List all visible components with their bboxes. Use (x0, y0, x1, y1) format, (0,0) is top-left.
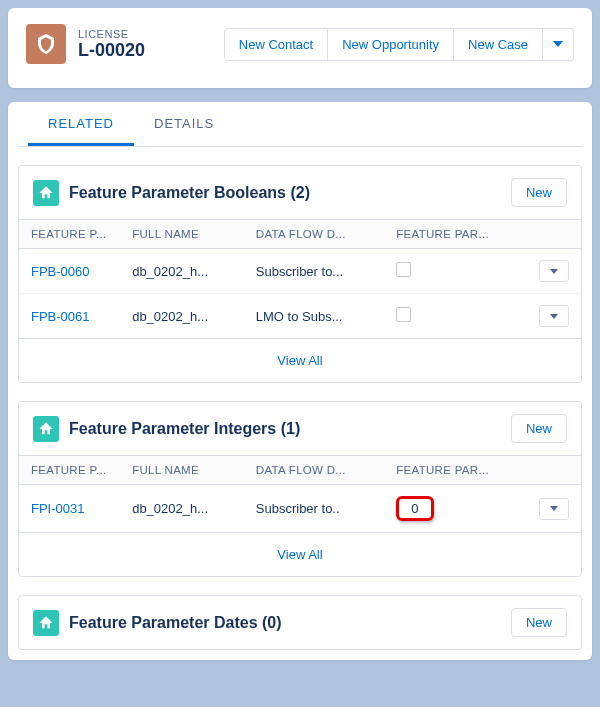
booleans-table: FEATURE P... FULL NAME DATA FLOW D... FE… (19, 219, 581, 338)
cell-full-name: db_0202_h... (120, 485, 244, 533)
feature-value-highlight: 0 (396, 496, 433, 521)
section-dates: Feature Parameter Dates (0) New (18, 595, 582, 650)
section-booleans: Feature Parameter Booleans (2) New FEATU… (18, 165, 582, 383)
cell-full-name: db_0202_h... (120, 249, 244, 294)
feature-param-icon (33, 180, 59, 206)
chevron-down-icon (553, 41, 563, 47)
row-menu-button[interactable] (539, 305, 569, 327)
col-actions (514, 220, 581, 249)
record-link[interactable]: FPI-0031 (31, 501, 84, 516)
section-title-integers: Feature Parameter Integers (1) (69, 420, 501, 438)
new-contact-button[interactable]: New Contact (224, 28, 328, 61)
new-date-button[interactable]: New (511, 608, 567, 637)
chevron-down-icon (550, 314, 558, 319)
feature-checkbox[interactable] (396, 262, 411, 277)
tab-bar: RELATED DETAILS (18, 102, 582, 147)
row-menu-button[interactable] (539, 498, 569, 520)
cell-full-name: db_0202_h... (120, 294, 244, 339)
record-link[interactable]: FPB-0060 (31, 264, 90, 279)
col-full-name[interactable]: FULL NAME (120, 220, 244, 249)
section-title-dates: Feature Parameter Dates (0) (69, 614, 501, 632)
row-menu-button[interactable] (539, 260, 569, 282)
new-opportunity-button[interactable]: New Opportunity (328, 28, 454, 61)
section-title-booleans: Feature Parameter Booleans (2) (69, 184, 501, 202)
col-full-name[interactable]: FULL NAME (120, 456, 244, 485)
record-name: L-00020 (78, 40, 145, 61)
col-feature-par[interactable]: FEATURE PAR... (384, 220, 513, 249)
feature-param-icon (33, 610, 59, 636)
section-header-integers: Feature Parameter Integers (1) New (19, 402, 581, 455)
tab-related[interactable]: RELATED (28, 102, 134, 146)
new-case-button[interactable]: New Case (454, 28, 543, 61)
cell-flow: LMO to Subs... (244, 294, 385, 339)
col-feature-p[interactable]: FEATURE P... (19, 220, 120, 249)
col-feature-par[interactable]: FEATURE PAR... (384, 456, 513, 485)
new-integer-button[interactable]: New (511, 414, 567, 443)
chevron-down-icon (550, 269, 558, 274)
chevron-down-icon (550, 506, 558, 511)
col-actions (514, 456, 581, 485)
header-actions: New Contact New Opportunity New Case (224, 28, 574, 61)
feature-param-icon (33, 416, 59, 442)
col-data-flow[interactable]: DATA FLOW D... (244, 220, 385, 249)
license-icon (26, 24, 66, 64)
tab-details[interactable]: DETAILS (134, 102, 234, 146)
feature-checkbox[interactable] (396, 307, 411, 322)
section-header-dates: Feature Parameter Dates (0) New (19, 596, 581, 649)
section-integers: Feature Parameter Integers (1) New FEATU… (18, 401, 582, 577)
view-all-booleans[interactable]: View All (19, 338, 581, 382)
table-row: FPB-0061 db_0202_h... LMO to Subs... (19, 294, 581, 339)
record-header: LICENSE L-00020 New Contact New Opportun… (8, 8, 592, 88)
new-boolean-button[interactable]: New (511, 178, 567, 207)
table-row: FPI-0031 db_0202_h... Subscriber to.. 0 (19, 485, 581, 533)
view-all-integers[interactable]: View All (19, 532, 581, 576)
col-feature-p[interactable]: FEATURE P... (19, 456, 120, 485)
record-title-block: LICENSE L-00020 (78, 28, 145, 61)
object-label: LICENSE (78, 28, 145, 40)
cell-flow: Subscriber to... (244, 249, 385, 294)
col-data-flow[interactable]: DATA FLOW D... (244, 456, 385, 485)
table-row: FPB-0060 db_0202_h... Subscriber to... (19, 249, 581, 294)
integers-table: FEATURE P... FULL NAME DATA FLOW D... FE… (19, 455, 581, 532)
cell-flow: Subscriber to.. (244, 485, 385, 533)
more-actions-button[interactable] (543, 28, 574, 61)
section-header-booleans: Feature Parameter Booleans (2) New (19, 166, 581, 219)
record-link[interactable]: FPB-0061 (31, 309, 90, 324)
main-panel: RELATED DETAILS Feature Parameter Boolea… (8, 102, 592, 660)
